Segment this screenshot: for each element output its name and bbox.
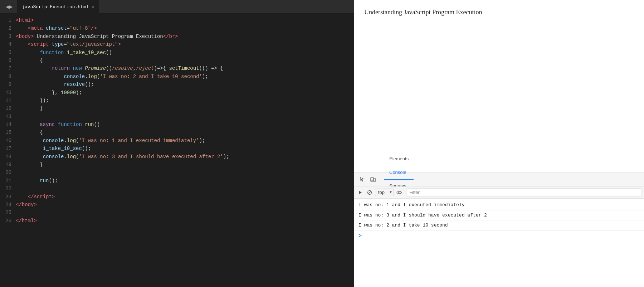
code-line: </html>: [16, 217, 348, 225]
line-number: 13: [0, 113, 11, 121]
editor-tab[interactable]: javaScriptExecution.html ×: [17, 0, 99, 14]
line-number: 5: [0, 49, 11, 57]
console-line: I was no: 3 and I should have executed a…: [354, 210, 644, 221]
context-wrapper: top ▼: [375, 189, 394, 196]
line-number: 17: [0, 145, 11, 152]
line-number: 8: [0, 73, 11, 81]
code-line: i_take_10_sec();: [16, 145, 348, 152]
line-number: 6: [0, 57, 11, 64]
tab-close-icon[interactable]: ×: [92, 5, 94, 9]
tab-filename: javaScriptExecution.html: [22, 4, 89, 10]
code-area: 1234567891011121314151617181920212223242…: [0, 14, 354, 287]
devtools-tab-console[interactable]: Console: [384, 166, 414, 180]
line-numbers: 1234567891011121314151617181920212223242…: [0, 16, 16, 284]
svg-point-6: [399, 192, 400, 193]
code-line: console.log('I was no: 2 and I take 10 s…: [16, 73, 348, 81]
code-line: [16, 185, 348, 193]
line-number: 2: [0, 24, 11, 32]
code-line: </script>: [16, 193, 348, 201]
svg-rect-1: [374, 179, 376, 181]
line-number: 22: [0, 185, 11, 193]
play-icon[interactable]: [356, 189, 364, 196]
code-line: {: [16, 128, 348, 136]
code-line: {: [16, 57, 348, 64]
console-toolbar: top ▼: [354, 186, 644, 199]
line-number: 21: [0, 177, 11, 185]
page-content: Understanding JavaScript Program Executi…: [354, 0, 644, 172]
console-line: I was no: 2 and I take 10 second: [354, 220, 644, 231]
line-number: 1: [0, 16, 11, 24]
code-line: }, 10000);: [16, 89, 348, 97]
browser-panel: Understanding JavaScript Program Executi…: [354, 0, 644, 287]
code-line: [16, 209, 348, 217]
line-number: 23: [0, 193, 11, 201]
line-number: 14: [0, 121, 11, 128]
line-number: 15: [0, 128, 11, 136]
page-title: Understanding JavaScript Program Executi…: [364, 9, 482, 16]
code-line: }: [16, 161, 348, 169]
code-line: console.log('I was no: 3 and I should ha…: [16, 153, 348, 161]
editor-panel: ◀▶ javaScriptExecution.html × 1234567891…: [0, 0, 354, 287]
line-number: 9: [0, 81, 11, 88]
line-number: 10: [0, 89, 11, 97]
code-line: <script type="text/javascript">: [16, 40, 348, 48]
code-line: });: [16, 97, 348, 104]
line-number: 12: [0, 104, 11, 112]
devtools: ElementsConsoleSourcesNetwork top ▼: [354, 172, 644, 287]
svg-marker-3: [359, 191, 362, 194]
line-number: 25: [0, 209, 11, 217]
device-icon[interactable]: [369, 176, 377, 184]
nav-arrows-icon[interactable]: ◀▶: [3, 3, 15, 10]
line-number: 20: [0, 169, 11, 176]
code-content[interactable]: <html> <meta charset="utf-8"/><body> Und…: [16, 16, 354, 284]
code-line: <html>: [16, 16, 348, 24]
inspect-icon[interactable]: [358, 176, 366, 184]
devtools-tabs: ElementsConsoleSourcesNetwork: [354, 173, 644, 186]
line-number: 3: [0, 33, 11, 40]
line-number: 4: [0, 40, 11, 48]
tab-bar: ◀▶ javaScriptExecution.html ×: [0, 0, 354, 14]
line-number: 16: [0, 137, 11, 145]
code-line: <body> Understanding JavaScript Program …: [16, 33, 348, 40]
code-line: [16, 113, 348, 121]
devtools-icons: [356, 176, 380, 184]
eye-icon[interactable]: [395, 189, 403, 196]
line-number: 11: [0, 97, 11, 104]
code-line: async function run(): [16, 121, 348, 128]
line-number: 7: [0, 64, 11, 72]
devtools-tab-elements[interactable]: Elements: [384, 152, 414, 166]
line-number: 24: [0, 201, 11, 209]
console-output: I was no: 1 and I executed immediatelyI …: [354, 199, 644, 287]
code-line: <meta charset="utf-8"/>: [16, 24, 348, 32]
code-line: resolve();: [16, 81, 348, 88]
filter-input[interactable]: [406, 188, 642, 196]
console-prompt[interactable]: >: [354, 231, 644, 241]
context-selector[interactable]: top: [375, 189, 394, 196]
code-line: run();: [16, 177, 348, 185]
block-icon[interactable]: [366, 189, 374, 196]
code-line: return new Promise((resolve,reject)=>{ s…: [16, 64, 348, 72]
code-line: [16, 169, 348, 176]
code-line: function i_take_10_sec(): [16, 49, 348, 57]
svg-line-5: [368, 191, 371, 194]
line-number: 26: [0, 217, 11, 225]
line-number: 19: [0, 161, 11, 169]
code-line: console.log('I was no: 1 and I executed …: [16, 137, 348, 145]
code-line: </body>: [16, 201, 348, 209]
code-line: }: [16, 104, 348, 112]
line-number: 18: [0, 153, 11, 161]
console-line: I was no: 1 and I executed immediately: [354, 200, 644, 210]
